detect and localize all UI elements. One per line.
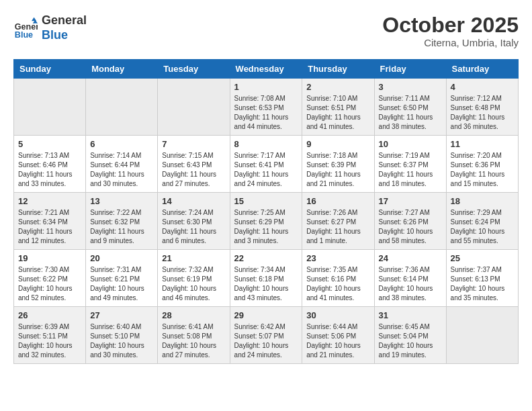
day-number: 24: [379, 253, 442, 263]
logo-text: General Blue: [42, 13, 87, 42]
day-number: 16: [306, 196, 369, 206]
calendar-cell: 7Sunrise: 7:15 AM Sunset: 6:43 PM Daylig…: [158, 136, 230, 193]
logo-icon: General Blue: [13, 16, 38, 40]
day-info: Sunrise: 7:10 AM Sunset: 6:51 PM Dayligh…: [306, 94, 369, 132]
day-number: 8: [234, 139, 298, 149]
day-number: 10: [379, 139, 442, 149]
day-number: 14: [162, 196, 225, 206]
day-number: 27: [90, 310, 153, 320]
calendar-cell: 9Sunrise: 7:18 AM Sunset: 6:39 PM Daylig…: [302, 136, 374, 193]
day-info: Sunrise: 7:17 AM Sunset: 6:41 PM Dayligh…: [234, 151, 298, 189]
day-info: Sunrise: 6:41 AM Sunset: 5:08 PM Dayligh…: [162, 322, 225, 360]
month-title: October 2025: [382, 13, 519, 37]
day-info: Sunrise: 7:22 AM Sunset: 6:32 PM Dayligh…: [90, 208, 153, 246]
calendar-table: SundayMondayTuesdayWednesdayThursdayFrid…: [13, 59, 519, 364]
day-info: Sunrise: 6:40 AM Sunset: 5:10 PM Dayligh…: [90, 322, 153, 360]
calendar-cell: 24Sunrise: 7:36 AM Sunset: 6:14 PM Dayli…: [374, 250, 446, 307]
calendar-cell: 22Sunrise: 7:34 AM Sunset: 6:18 PM Dayli…: [230, 250, 302, 307]
day-number: 18: [451, 196, 514, 206]
weekday-header-thursday: Thursday: [302, 60, 374, 79]
calendar-cell: 5Sunrise: 7:13 AM Sunset: 6:46 PM Daylig…: [14, 136, 86, 193]
day-info: Sunrise: 7:11 AM Sunset: 6:50 PM Dayligh…: [379, 94, 442, 132]
day-info: Sunrise: 7:18 AM Sunset: 6:39 PM Dayligh…: [306, 151, 369, 189]
calendar-cell: [14, 79, 86, 136]
calendar-cell: 12Sunrise: 7:21 AM Sunset: 6:34 PM Dayli…: [14, 193, 86, 250]
day-number: 25: [451, 253, 514, 263]
calendar-week-row: 1Sunrise: 7:08 AM Sunset: 6:53 PM Daylig…: [14, 79, 519, 136]
day-number: 19: [18, 253, 81, 263]
weekday-header-tuesday: Tuesday: [158, 60, 230, 79]
day-info: Sunrise: 7:29 AM Sunset: 6:24 PM Dayligh…: [451, 208, 514, 246]
day-number: 28: [162, 310, 225, 320]
day-info: Sunrise: 7:14 AM Sunset: 6:44 PM Dayligh…: [90, 151, 153, 189]
day-info: Sunrise: 7:27 AM Sunset: 6:26 PM Dayligh…: [379, 208, 442, 246]
calendar-cell: 19Sunrise: 7:30 AM Sunset: 6:22 PM Dayli…: [14, 250, 86, 307]
calendar-cell: 31Sunrise: 6:45 AM Sunset: 5:04 PM Dayli…: [374, 307, 446, 364]
title-block: October 2025 Citerna, Umbria, Italy: [382, 13, 519, 48]
day-info: Sunrise: 7:26 AM Sunset: 6:27 PM Dayligh…: [306, 208, 369, 246]
day-number: 23: [306, 253, 369, 263]
day-number: 11: [451, 139, 514, 149]
calendar-cell: 28Sunrise: 6:41 AM Sunset: 5:08 PM Dayli…: [158, 307, 230, 364]
day-info: Sunrise: 7:32 AM Sunset: 6:19 PM Dayligh…: [162, 265, 225, 303]
weekday-header-wednesday: Wednesday: [230, 60, 302, 79]
day-number: 22: [234, 253, 298, 263]
day-number: 3: [379, 82, 442, 92]
svg-marker-2: [32, 17, 36, 20]
calendar-cell: 11Sunrise: 7:20 AM Sunset: 6:36 PM Dayli…: [446, 136, 518, 193]
day-info: Sunrise: 7:15 AM Sunset: 6:43 PM Dayligh…: [162, 151, 225, 189]
day-info: Sunrise: 6:44 AM Sunset: 5:06 PM Dayligh…: [306, 322, 369, 360]
day-info: Sunrise: 7:35 AM Sunset: 6:16 PM Dayligh…: [306, 265, 369, 303]
day-info: Sunrise: 7:13 AM Sunset: 6:46 PM Dayligh…: [18, 151, 81, 189]
location-subtitle: Citerna, Umbria, Italy: [382, 37, 519, 48]
day-info: Sunrise: 7:34 AM Sunset: 6:18 PM Dayligh…: [234, 265, 298, 303]
calendar-cell: [158, 79, 230, 136]
calendar-cell: 17Sunrise: 7:27 AM Sunset: 6:26 PM Dayli…: [374, 193, 446, 250]
calendar-week-row: 12Sunrise: 7:21 AM Sunset: 6:34 PM Dayli…: [14, 193, 519, 250]
day-number: 29: [234, 310, 298, 320]
calendar-cell: 18Sunrise: 7:29 AM Sunset: 6:24 PM Dayli…: [446, 193, 518, 250]
calendar-cell: [86, 79, 158, 136]
calendar-cell: 3Sunrise: 7:11 AM Sunset: 6:50 PM Daylig…: [374, 79, 446, 136]
day-number: 21: [162, 253, 225, 263]
calendar-cell: 29Sunrise: 6:42 AM Sunset: 5:07 PM Dayli…: [230, 307, 302, 364]
day-info: Sunrise: 7:19 AM Sunset: 6:37 PM Dayligh…: [379, 151, 442, 189]
day-info: Sunrise: 6:45 AM Sunset: 5:04 PM Dayligh…: [379, 322, 442, 360]
day-number: 9: [306, 139, 369, 149]
calendar-week-row: 26Sunrise: 6:39 AM Sunset: 5:11 PM Dayli…: [14, 307, 519, 364]
day-number: 17: [379, 196, 442, 206]
calendar-cell: 16Sunrise: 7:26 AM Sunset: 6:27 PM Dayli…: [302, 193, 374, 250]
calendar-week-row: 19Sunrise: 7:30 AM Sunset: 6:22 PM Dayli…: [14, 250, 519, 307]
calendar-cell: 21Sunrise: 7:32 AM Sunset: 6:19 PM Dayli…: [158, 250, 230, 307]
calendar-cell: 23Sunrise: 7:35 AM Sunset: 6:16 PM Dayli…: [302, 250, 374, 307]
day-number: 4: [451, 82, 514, 92]
weekday-header-friday: Friday: [374, 60, 446, 79]
day-number: 30: [306, 310, 369, 320]
day-info: Sunrise: 7:20 AM Sunset: 6:36 PM Dayligh…: [451, 151, 514, 189]
logo-line2: Blue: [42, 28, 87, 43]
day-number: 26: [18, 310, 81, 320]
calendar-week-row: 5Sunrise: 7:13 AM Sunset: 6:46 PM Daylig…: [14, 136, 519, 193]
day-info: Sunrise: 6:39 AM Sunset: 5:11 PM Dayligh…: [18, 322, 81, 360]
day-info: Sunrise: 7:21 AM Sunset: 6:34 PM Dayligh…: [18, 208, 81, 246]
day-info: Sunrise: 7:36 AM Sunset: 6:14 PM Dayligh…: [379, 265, 442, 303]
calendar-cell: 6Sunrise: 7:14 AM Sunset: 6:44 PM Daylig…: [86, 136, 158, 193]
day-number: 1: [234, 82, 298, 92]
calendar-cell: 27Sunrise: 6:40 AM Sunset: 5:10 PM Dayli…: [86, 307, 158, 364]
calendar-header-row: SundayMondayTuesdayWednesdayThursdayFrid…: [14, 60, 519, 79]
day-info: Sunrise: 7:25 AM Sunset: 6:29 PM Dayligh…: [234, 208, 298, 246]
day-info: Sunrise: 7:31 AM Sunset: 6:21 PM Dayligh…: [90, 265, 153, 303]
logo: General Blue General Blue: [13, 13, 87, 42]
day-number: 15: [234, 196, 298, 206]
calendar-cell: 2Sunrise: 7:10 AM Sunset: 6:51 PM Daylig…: [302, 79, 374, 136]
calendar-cell: 4Sunrise: 7:12 AM Sunset: 6:48 PM Daylig…: [446, 79, 518, 136]
weekday-header-monday: Monday: [86, 60, 158, 79]
day-number: 6: [90, 139, 153, 149]
calendar-cell: 20Sunrise: 7:31 AM Sunset: 6:21 PM Dayli…: [86, 250, 158, 307]
day-number: 13: [90, 196, 153, 206]
calendar-cell: 25Sunrise: 7:37 AM Sunset: 6:13 PM Dayli…: [446, 250, 518, 307]
calendar-cell: 26Sunrise: 6:39 AM Sunset: 5:11 PM Dayli…: [14, 307, 86, 364]
calendar-cell: 13Sunrise: 7:22 AM Sunset: 6:32 PM Dayli…: [86, 193, 158, 250]
page-header: General Blue General Blue October 2025 C…: [13, 13, 519, 48]
day-number: 12: [18, 196, 81, 206]
